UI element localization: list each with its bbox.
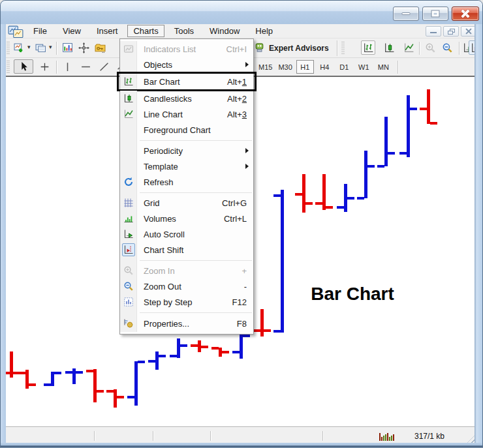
timeframe-button-h4[interactable]: H4	[316, 60, 334, 74]
ohlc-tick	[367, 165, 375, 168]
menu-item-template[interactable]: Template	[120, 158, 253, 174]
menu-item-label: Indicators List	[144, 44, 196, 54]
submenu-arrow-icon	[245, 62, 249, 67]
line-chart-mode-button[interactable]	[401, 40, 416, 55]
timeframe-button-h1[interactable]: H1	[296, 60, 314, 74]
menu-file[interactable]: File	[27, 25, 53, 37]
menu-item-label: Step by Step	[144, 297, 192, 307]
menu-item-label: Auto Scroll	[144, 230, 185, 239]
horizontal-line-tool-button[interactable]	[78, 59, 93, 74]
new-chart-button[interactable]	[12, 40, 26, 55]
properties-icon	[122, 317, 135, 330]
timeframe-button-m15[interactable]: M15	[257, 60, 274, 74]
ohlc-bar	[384, 117, 388, 166]
toolbar-grip[interactable]	[7, 42, 10, 55]
line-chart-icon	[122, 108, 135, 121]
menu-item-shortcut: Ctrl+I	[226, 44, 247, 54]
zoom-out-button[interactable]	[440, 40, 454, 55]
bar-chart-mode-button[interactable]	[361, 40, 375, 55]
menu-item-label: Objects	[144, 60, 172, 70]
timeframe-button-w1[interactable]: W1	[355, 60, 373, 74]
expert-advisors-button[interactable]: Expert Advisors	[251, 40, 337, 56]
toolbar-grip[interactable]	[7, 61, 10, 74]
menu-view[interactable]: View	[57, 25, 87, 37]
dropdown-arrow-icon[interactable]: ▾	[49, 44, 52, 50]
menu-item-chart-shift[interactable]: Chart Shift	[120, 242, 253, 258]
menu-item-label: Candlesticks	[144, 94, 192, 104]
traffic-size-text: 317/1 kb	[414, 432, 444, 441]
timeframe-bar: M15M30H1H4D1W1MN	[257, 60, 394, 74]
menu-item-step-by-step[interactable]: Step by StepF12	[120, 294, 253, 310]
menu-item-label: Foreground Chart	[144, 125, 211, 135]
ohlc-tick	[315, 202, 322, 205]
ohlc-tick	[295, 193, 302, 196]
timeframe-button-d1[interactable]: D1	[335, 60, 353, 74]
cursor-tool-button[interactable]	[14, 59, 33, 74]
menu-item-label: Refresh	[144, 177, 174, 187]
zoom-in-icon	[122, 264, 135, 277]
menu-item-candlesticks[interactable]: CandlesticksAlt+2	[120, 91, 253, 106]
ohlc-tick	[377, 165, 384, 168]
ohlc-tick	[159, 355, 166, 357]
ohlc-tick	[410, 108, 417, 110]
menu-insert[interactable]: Insert	[91, 25, 124, 37]
menu-item-label: Line Chart	[144, 110, 183, 119]
ohlc-tick	[232, 351, 240, 353]
menu-item-line-chart[interactable]: Line ChartAlt+3	[120, 106, 253, 122]
menu-item-zoom-in: Zoom In+	[120, 263, 253, 278]
status-bar: 317/1 kb	[6, 426, 478, 444]
chart-annotation: Bar Chart	[311, 284, 394, 305]
crosshair-target-button[interactable]	[76, 40, 91, 55]
close-button[interactable]	[452, 7, 479, 21]
dropdown-arrow-icon[interactable]: ▾	[27, 44, 31, 50]
zoom-in-button[interactable]	[423, 40, 437, 55]
menu-item-refresh[interactable]: Refresh	[120, 174, 253, 190]
candlestick-mode-button[interactable]	[382, 40, 396, 55]
menu-item-zoom-out[interactable]: Zoom Out-	[120, 278, 253, 294]
ohlc-tick	[222, 351, 229, 353]
menu-item-properties[interactable]: Properties...F8	[120, 315, 253, 332]
vertical-line-tool-button[interactable]	[60, 59, 74, 74]
market-watch-button[interactable]	[60, 40, 74, 55]
ohlc-tick	[97, 390, 104, 393]
menu-item-periodicity[interactable]: Periodicity	[120, 143, 253, 158]
timeframe-button-m30[interactable]: M30	[276, 60, 294, 74]
menu-item-indicators-list: Indicators ListCtrl+I	[120, 41, 253, 57]
toolbar-grip[interactable]	[341, 42, 345, 55]
mdi-minimize-button[interactable]	[426, 26, 441, 37]
ohlc-tick	[191, 344, 198, 347]
ohlc-tick	[86, 370, 93, 372]
menu-item-shortcut: Alt+3	[227, 110, 247, 119]
crosshair-tool-button[interactable]	[37, 59, 52, 74]
ohlc-tick	[127, 396, 134, 398]
key-folder-button[interactable]	[93, 40, 107, 55]
mdi-restore-button[interactable]	[443, 26, 459, 37]
menu-item-foreground-chart[interactable]: Foreground Chart	[120, 122, 253, 138]
ohlc-tick	[148, 360, 155, 363]
ohlc-bar	[134, 361, 138, 406]
menu-item-volumes[interactable]: VolumesCtrl+L	[120, 211, 253, 226]
menu-charts[interactable]: Charts	[127, 25, 164, 37]
ohlc-tick	[305, 202, 313, 205]
application-window: File View Insert Charts Tools Window Hel…	[0, 0, 483, 448]
maximize-button[interactable]	[422, 7, 448, 21]
profiles-button[interactable]	[33, 40, 48, 55]
menu-item-auto-scroll[interactable]: Auto Scroll	[120, 226, 253, 242]
menu-item-bar-chart[interactable]: Bar ChartAlt+1	[120, 72, 253, 91]
menu-separator	[120, 190, 253, 195]
menu-item-grid[interactable]: GridCtrl+G	[120, 195, 253, 211]
ohlc-tick	[243, 335, 250, 337]
menu-window[interactable]: Window	[204, 25, 245, 37]
volumes-icon	[122, 212, 135, 225]
signal-bars-icon	[379, 431, 399, 441]
minimize-button[interactable]	[393, 7, 419, 21]
submenu-arrow-icon	[245, 148, 249, 153]
chart-shift-icon	[122, 243, 135, 256]
menu-help[interactable]: Help	[249, 25, 279, 37]
trendline-tool-button[interactable]	[97, 59, 111, 74]
menu-tools[interactable]: Tools	[168, 25, 200, 37]
ohlc-bar	[407, 95, 410, 157]
timeframe-button-mn[interactable]: MN	[375, 60, 392, 74]
ohlc-bar	[322, 174, 326, 210]
menu-item-objects[interactable]: Objects	[120, 57, 253, 72]
